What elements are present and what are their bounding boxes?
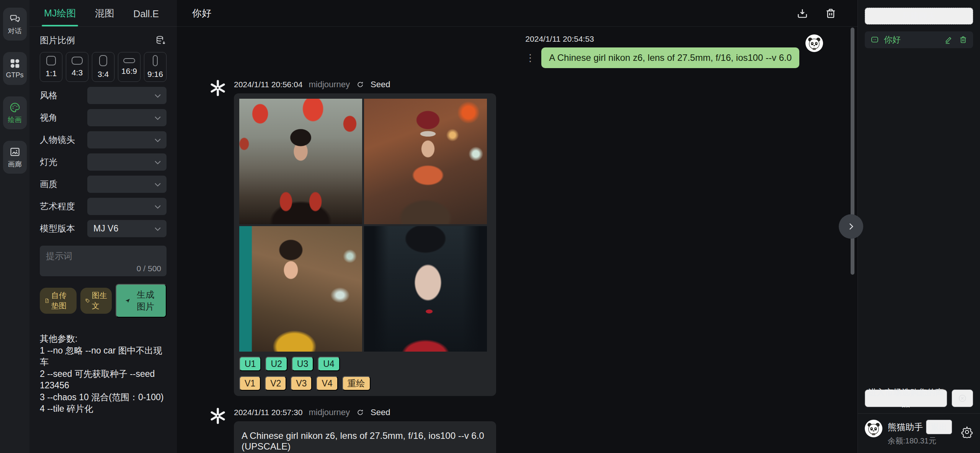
param-line: 1 --no 忽略 --no car 图中不出现车 [40, 345, 167, 368]
chevron-down-icon [154, 158, 162, 166]
variation-2-button[interactable]: V2 [265, 376, 286, 391]
rail-item-gallery[interactable]: 画廊 [3, 141, 27, 174]
panda-avatar-icon [806, 35, 822, 51]
style-select[interactable] [87, 87, 167, 104]
chevron-down-icon [154, 202, 162, 211]
tab-mj-draw[interactable]: MJ绘图 [44, 7, 76, 26]
chevron-down-icon [154, 91, 162, 100]
upscale-3-button[interactable]: U3 [292, 357, 314, 371]
settings-gear-icon[interactable] [961, 426, 973, 438]
prompt-input[interactable] [40, 246, 167, 266]
lighting-select[interactable] [87, 153, 167, 171]
edit-icon[interactable] [944, 35, 953, 44]
dismiss-market-button[interactable] [952, 389, 973, 407]
aspect-ratio-group: 1:1 4:3 3:4 16:9 9:16 [40, 52, 167, 82]
chevron-down-icon [154, 136, 162, 144]
prompt-box: 0 / 500 [40, 246, 167, 276]
seed-link[interactable]: Seed [371, 407, 390, 417]
view-angle-select[interactable] [87, 109, 167, 126]
ratio-1-1-button[interactable]: 1:1 [40, 52, 62, 82]
param-line: 3 --chaos 10 混合(范围：0-100) [40, 391, 167, 403]
rail-item-label: 绘画 [8, 115, 22, 124]
paper-plane-icon [125, 297, 131, 305]
delete-icon[interactable] [959, 35, 968, 44]
lighting-label: 灯光 [40, 156, 57, 168]
bot-message-upscale: 2024/1/11 20:57:30 midjourney Seed A Chi… [209, 407, 858, 453]
generation-card: U1 U2 U3 U4 V1 V2 V3 V4 重绘 [234, 93, 496, 396]
account-name: 熊猫助手 [888, 421, 923, 433]
download-icon[interactable] [796, 7, 808, 20]
seed-refresh-icon[interactable] [356, 80, 364, 89]
bot-message-time: 2024/1/11 20:56:04 [234, 80, 302, 89]
ratio-label: 4:3 [72, 68, 83, 77]
generated-image-3[interactable] [239, 226, 362, 352]
model-version-value: MJ V6 [93, 223, 118, 234]
file-plus-icon [44, 297, 50, 305]
model-name: midjourney [309, 407, 350, 417]
rail-item-gpts[interactable]: GTPs [3, 52, 27, 85]
history-item[interactable]: 你好 [865, 31, 973, 48]
trash-icon[interactable] [825, 7, 837, 20]
openai-logo-icon [209, 407, 227, 425]
upscale-prompt-text: A Chinese girl nikon z6, lens of 27.5mm,… [240, 427, 490, 452]
tab-dalle[interactable]: Dall.E [133, 8, 159, 26]
upscale-2-button[interactable]: U2 [265, 357, 287, 371]
ratio-4-3-button[interactable]: 4:3 [66, 52, 88, 82]
upscale-4-button[interactable]: U4 [318, 357, 340, 371]
ratio-1-1-glyph [46, 56, 56, 65]
chevron-down-icon [154, 180, 162, 189]
rail-item-label: 画廊 [8, 160, 22, 169]
message-icon [870, 35, 879, 44]
image-to-text-button[interactable]: 图生文 [80, 288, 112, 314]
ratio-label: 3:4 [98, 70, 109, 79]
app-root: 对话 GTPs 绘画 画廊 MJ绘图 混图 Dall.E 图片比例 1:1 [0, 0, 980, 453]
generated-image-2[interactable] [364, 99, 487, 224]
tab-blend[interactable]: 混图 [95, 7, 114, 26]
account-avatar[interactable] [865, 420, 882, 437]
logout-button[interactable]: 退出 [926, 420, 952, 434]
rail-item-drawing[interactable]: 绘画 [3, 96, 27, 129]
variation-1-button[interactable]: V1 [239, 376, 261, 391]
collapse-sidebar-button[interactable] [839, 214, 863, 239]
account-balance: 余额:180.31元 [888, 436, 952, 446]
quality-select[interactable] [87, 176, 167, 193]
character-lens-select[interactable] [87, 131, 167, 148]
art-level-select[interactable] [87, 198, 167, 215]
ratio-section-label: 图片比例 [40, 34, 75, 46]
market-button[interactable]: 进入市场选购您的商品 [865, 389, 947, 407]
preset-save-icon[interactable] [155, 35, 167, 46]
openai-logo-icon [209, 79, 227, 97]
bot-message-time: 2024/1/11 20:57:30 [234, 408, 302, 417]
ratio-9-16-button[interactable]: 9:16 [144, 52, 167, 82]
upload-pad-button[interactable]: 自传垫图 [40, 288, 77, 314]
upscale-1-button[interactable]: U1 [239, 357, 261, 371]
model-version-label: 模型版本 [40, 223, 75, 235]
generated-image-1[interactable] [239, 99, 362, 224]
ratio-16-9-button[interactable]: 16:9 [118, 52, 140, 82]
art-level-label: 艺术程度 [40, 200, 75, 212]
history-sidebar: 新建聊天 你好 进入市场选购您的商品 熊猫助手 退出 [858, 0, 980, 453]
model-version-select[interactable]: MJ V6 [87, 220, 167, 237]
seed-refresh-icon[interactable] [356, 408, 364, 417]
chat-area: 你好 2024/1/11 20:54:53 ⋮ A Chinese girl n… [177, 0, 858, 453]
generated-image-4[interactable] [364, 226, 487, 352]
upload-pad-label: 自传垫图 [51, 290, 72, 311]
message-menu-icon[interactable]: ⋮ [525, 53, 535, 63]
rail-item-chat[interactable]: 对话 [3, 8, 27, 41]
other-params-help: 其他参数: 1 --no 忽略 --no car 图中不出现车 2 --seed… [40, 333, 167, 415]
generate-image-button[interactable]: 生成图片 [116, 284, 167, 318]
panda-avatar-icon [866, 420, 882, 437]
ratio-16-9-glyph [123, 58, 135, 63]
palette-icon [9, 102, 21, 113]
seed-link[interactable]: Seed [371, 80, 390, 90]
variation-4-button[interactable]: V4 [316, 376, 338, 391]
draw-settings-panel: MJ绘图 混图 Dall.E 图片比例 1:1 4:3 3:4 16:9 9:1… [29, 0, 177, 453]
variation-3-button[interactable]: V3 [291, 376, 312, 391]
image-to-text-label: 图生文 [92, 290, 108, 311]
param-line: 2 --seed 可先获取种子 --seed 123456 [40, 368, 167, 391]
quality-label: 画质 [40, 178, 57, 190]
ratio-label: 16:9 [121, 67, 137, 76]
ratio-3-4-button[interactable]: 3:4 [92, 52, 114, 82]
redraw-button[interactable]: 重绘 [342, 376, 371, 391]
new-chat-button[interactable]: 新建聊天 [865, 8, 973, 24]
